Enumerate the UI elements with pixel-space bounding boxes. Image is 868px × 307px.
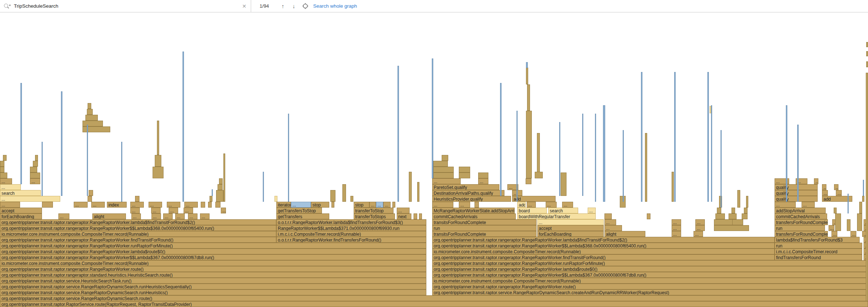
flame-tower-frame[interactable] (526, 68, 528, 84)
flame-frame[interactable]: HeuristicsProvider.qualify (432, 196, 511, 202)
flame-match-spike[interactable] (87, 125, 88, 196)
flame-frame[interactable]: org.opentripplanner.transit.raptor.range… (0, 219, 276, 225)
flame-tower-frame[interactable] (30, 173, 40, 178)
flame-frame[interactable]: org.opentripplanner.transit.raptor.range… (432, 272, 868, 278)
flame-frame[interactable]: ... (546, 202, 557, 208)
flame-tower-frame[interactable] (155, 155, 161, 167)
flame-frame[interactable] (392, 202, 395, 208)
flame-frame[interactable]: org.opentripplanner.transit.raptor.range… (0, 243, 426, 249)
flame-tower-frame[interactable] (30, 167, 37, 173)
flame-frame[interactable]: ... (74, 202, 88, 208)
flame-frame[interactable]: org.opentripplanner.transit.raptor.range… (432, 237, 775, 243)
flame-frame[interactable]: ... (184, 208, 193, 213)
flame-frame[interactable]: RangeRaptorWorker$$Lambda$371.0x00000008… (276, 225, 426, 231)
flame-match-spike[interactable] (674, 72, 676, 202)
flame-frame[interactable]: org.opentripplanner.transit.raptor.servi… (0, 289, 426, 295)
flame-frame[interactable]: forEachBoarding (537, 231, 604, 237)
flame-frame[interactable]: org.opentripplanner.transit.raptor.range… (432, 254, 775, 260)
flame-tower-frame[interactable] (672, 172, 674, 202)
flame-tower-frame[interactable] (88, 103, 91, 109)
flame-frame[interactable]: ... (829, 225, 834, 231)
flame-match-spike[interactable] (711, 105, 712, 202)
flame-tower-frame[interactable] (85, 115, 98, 121)
flame-frame[interactable]: o.o.t.r.r.RangeRaptorWorker.lambda$findT… (276, 219, 426, 225)
flame-match-spike[interactable] (397, 66, 399, 202)
flame-frame[interactable]: ... (822, 190, 828, 196)
flame-tower-frame[interactable] (527, 84, 530, 111)
flame-frame[interactable]: ... (169, 208, 178, 213)
flame-tower-frame[interactable] (737, 190, 740, 208)
flame-frame[interactable]: ... (291, 202, 311, 208)
flame-frame[interactable]: transfersForRoundComplete (775, 219, 828, 225)
flame-frame[interactable]: org.opentripplanner.transit.raptor.servi… (432, 289, 868, 295)
flame-frame[interactable]: ... (184, 202, 198, 208)
flame-frame[interactable]: org.opentripplanner.transit.raptor.range… (432, 260, 868, 266)
flame-frame[interactable]: accept (537, 225, 604, 231)
flame-match-spike[interactable] (263, 172, 264, 202)
flame-frame[interactable]: org.opentripplanner.transit.raptor.range… (432, 284, 868, 289)
flame-frame[interactable]: ... (432, 202, 453, 208)
flame-graph[interactable]: org.opentripplanner.transit.raptor.Rapto… (0, 12, 868, 307)
flame-frame[interactable]: ... (130, 202, 144, 208)
flame-frame[interactable]: ... (831, 231, 837, 237)
flame-tower-frame[interactable] (717, 208, 721, 213)
flame-frame[interactable]: ... (850, 231, 856, 237)
flame-match-spike[interactable] (595, 114, 596, 202)
flame-frame[interactable]: org.opentripplanner.transit.raptor.range… (432, 266, 868, 272)
flame-frame[interactable]: ... (814, 178, 818, 184)
flame-frame[interactable]: ... (527, 202, 536, 208)
flame-tower-frame[interactable] (857, 213, 862, 231)
flame-frame[interactable]: ... (459, 202, 470, 208)
search-whole-graph-link[interactable]: Search whole graph (313, 0, 357, 12)
flame-frame[interactable]: transitsForRoundComplete (432, 219, 537, 225)
flame-frame[interactable]: ... (478, 178, 488, 184)
flame-frame[interactable]: ... (58, 213, 69, 219)
flame-tower-frame[interactable] (729, 213, 737, 219)
flame-frame[interactable]: ... (562, 202, 573, 208)
flame-frame[interactable]: ... (376, 202, 383, 208)
flame-frame[interactable]: org.opentripplanner.transit.raptor.servi… (0, 278, 426, 284)
flame-frame[interactable]: i.m.c.i.c.CompositeTimer.record(Runnable… (276, 231, 426, 237)
flame-tower-frame[interactable] (715, 213, 725, 219)
flame-tower-frame[interactable] (433, 161, 448, 167)
flame-frame[interactable]: findTransfersForRound (775, 254, 862, 260)
flame-frame[interactable] (42, 202, 53, 208)
flame-tower-frame[interactable] (526, 111, 532, 178)
flame-tower-frame[interactable] (417, 182, 419, 202)
flame-frame[interactable]: getTransfers (276, 213, 329, 219)
flame-frame[interactable]: transferToStop (354, 208, 393, 213)
clear-search-icon[interactable]: ✕ (242, 3, 246, 9)
flame-match-spike[interactable] (212, 189, 213, 196)
flame-frame[interactable] (526, 178, 531, 184)
flame-frame[interactable]: ... (834, 184, 838, 190)
flame-match-spike[interactable] (721, 130, 722, 208)
flame-frame[interactable]: org.opentripplanner.transit.raptor.range… (432, 243, 775, 249)
flame-frame[interactable]: ... (149, 202, 162, 208)
flame-frame[interactable] (604, 213, 612, 219)
flame-tower-frame[interactable] (33, 161, 38, 167)
flame-frame[interactable]: ... (694, 231, 703, 237)
flame-match-spike[interactable] (848, 194, 849, 213)
flame-tower-frame[interactable] (742, 213, 748, 219)
flame-frame[interactable] (89, 190, 93, 196)
flame-frame[interactable]: ... (0, 196, 60, 202)
flame-match-spike[interactable] (432, 58, 433, 178)
flame-tower-frame[interactable] (862, 196, 864, 202)
flame-tower-frame[interactable] (835, 213, 841, 231)
flame-tower-frame[interactable] (433, 167, 454, 173)
flame-frame[interactable]: ... (802, 202, 815, 208)
flame-match-spike[interactable] (42, 142, 43, 196)
flame-tower-frame[interactable] (35, 155, 38, 161)
flame-tower-frame[interactable] (459, 173, 470, 178)
flame-match-spike[interactable] (623, 130, 624, 202)
flame-match-spike[interactable] (20, 83, 22, 184)
flame-frame[interactable]: commitCachedArrivals (775, 213, 827, 219)
flame-frame[interactable]: alight (92, 213, 126, 219)
search-value[interactable]: TripScheduleSearch (14, 3, 242, 9)
previous-match-button[interactable]: ↑ (277, 0, 288, 12)
flame-frame[interactable] (201, 202, 205, 208)
flame-frame[interactable]: io.micrometer.core.instrument.composite.… (0, 231, 276, 237)
flame-frame[interactable]: ... (167, 202, 180, 208)
flame-frame[interactable] (88, 196, 92, 202)
flame-frame[interactable]: ... (672, 225, 681, 231)
